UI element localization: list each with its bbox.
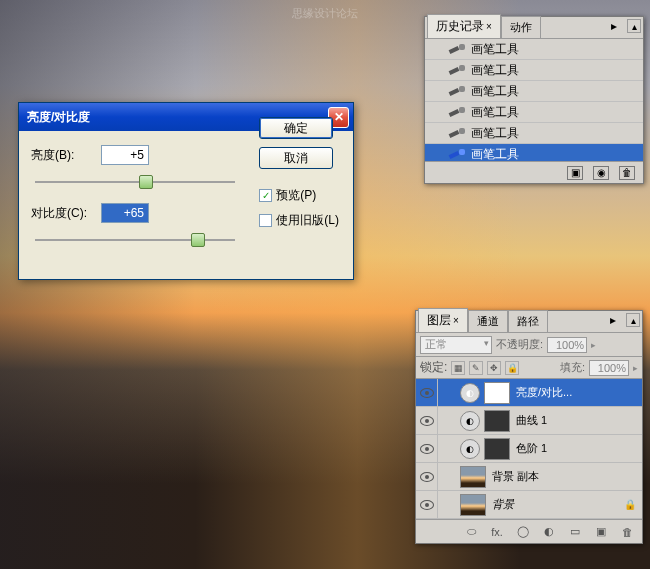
contrast-input[interactable] bbox=[101, 203, 149, 223]
tab-paths[interactable]: 路径 bbox=[508, 310, 548, 332]
contrast-slider[interactable] bbox=[35, 231, 235, 249]
contrast-label: 对比度(C): bbox=[31, 205, 101, 222]
fill-input[interactable] bbox=[589, 360, 629, 376]
eye-icon[interactable] bbox=[420, 388, 434, 398]
snapshot-icon[interactable]: ◉ bbox=[593, 166, 609, 180]
brightness-input[interactable] bbox=[101, 145, 149, 165]
mask-thumb[interactable] bbox=[484, 382, 510, 404]
fx-icon[interactable]: fx. bbox=[488, 524, 506, 540]
eye-icon[interactable] bbox=[420, 472, 434, 482]
layer-row[interactable]: ◐ 亮度/对比... bbox=[416, 379, 642, 407]
lock-paint-icon[interactable]: ✎ bbox=[469, 361, 483, 375]
palette-close-icon[interactable]: ▴ bbox=[627, 19, 641, 33]
layer-thumb[interactable] bbox=[460, 466, 486, 488]
eye-icon[interactable] bbox=[420, 500, 434, 510]
layers-palette: 图层× 通道 路径 ▸ ▴ 正常 不透明度: ▸ 锁定: ▦ ✎ ✥ 🔒 填充:… bbox=[415, 310, 643, 544]
lock-all-icon[interactable]: 🔒 bbox=[505, 361, 519, 375]
legacy-label: 使用旧版(L) bbox=[276, 212, 339, 229]
eye-icon[interactable] bbox=[420, 416, 434, 426]
tab-channels[interactable]: 通道 bbox=[468, 310, 508, 332]
tab-layers[interactable]: 图层× bbox=[418, 308, 468, 332]
opacity-input[interactable] bbox=[547, 337, 587, 353]
link-layers-icon[interactable]: ⬭ bbox=[462, 524, 480, 540]
legacy-checkbox-row[interactable]: 使用旧版(L) bbox=[259, 212, 339, 229]
history-palette: 历史记录× 动作 ▸ ▴ 画笔工具 画笔工具 画笔工具 画笔工具 画笔工具 画笔… bbox=[424, 16, 644, 184]
tab-history[interactable]: 历史记录× bbox=[427, 14, 501, 38]
brush-icon bbox=[449, 42, 465, 56]
layer-row[interactable]: 背景 副本 bbox=[416, 463, 642, 491]
brush-icon bbox=[449, 84, 465, 98]
brush-icon bbox=[449, 105, 465, 119]
layer-row[interactable]: 背景 🔒 bbox=[416, 491, 642, 519]
history-item[interactable]: 画笔工具 bbox=[425, 60, 643, 81]
layer-name: 背景 副本 bbox=[488, 469, 642, 484]
mask-thumb[interactable] bbox=[484, 438, 510, 460]
opacity-label: 不透明度: bbox=[496, 337, 543, 352]
trash-icon[interactable]: 🗑 bbox=[619, 166, 635, 180]
palette-menu-icon[interactable]: ▸ bbox=[610, 313, 624, 327]
group-icon[interactable]: ▭ bbox=[566, 524, 584, 540]
layer-row[interactable]: ◐ 曲线 1 bbox=[416, 407, 642, 435]
history-item[interactable]: 画笔工具 bbox=[425, 144, 643, 161]
legacy-checkbox[interactable] bbox=[259, 214, 272, 227]
preview-checkbox[interactable]: ✓ bbox=[259, 189, 272, 202]
lock-label: 锁定: bbox=[420, 359, 447, 376]
cancel-button[interactable]: 取消 bbox=[259, 147, 333, 169]
layer-name: 曲线 1 bbox=[512, 413, 642, 428]
brush-icon bbox=[449, 63, 465, 77]
lock-transparent-icon[interactable]: ▦ bbox=[451, 361, 465, 375]
trash-icon[interactable]: 🗑 bbox=[618, 524, 636, 540]
history-item[interactable]: 画笔工具 bbox=[425, 123, 643, 144]
palette-menu-icon[interactable]: ▸ bbox=[611, 19, 625, 33]
adjustment-thumb[interactable]: ◐ bbox=[460, 439, 480, 459]
mask-icon[interactable]: ◯ bbox=[514, 524, 532, 540]
dialog-title: 亮度/对比度 bbox=[27, 109, 90, 126]
adjustment-thumb[interactable]: ◐ bbox=[460, 411, 480, 431]
history-item[interactable]: 画笔工具 bbox=[425, 102, 643, 123]
preview-checkbox-row[interactable]: ✓ 预览(P) bbox=[259, 187, 339, 204]
brightness-label: 亮度(B): bbox=[31, 147, 101, 164]
preview-label: 预览(P) bbox=[276, 187, 316, 204]
brightness-slider[interactable] bbox=[35, 173, 235, 191]
watermark-top: 思缘设计论坛 bbox=[292, 6, 358, 21]
new-layer-icon[interactable]: ▣ bbox=[592, 524, 610, 540]
palette-close-icon[interactable]: ▴ bbox=[626, 313, 640, 327]
lock-move-icon[interactable]: ✥ bbox=[487, 361, 501, 375]
mask-thumb[interactable] bbox=[484, 410, 510, 432]
blend-mode-dropdown[interactable]: 正常 bbox=[420, 336, 492, 354]
history-item[interactable]: 画笔工具 bbox=[425, 39, 643, 60]
layer-name: 背景 bbox=[488, 497, 624, 512]
history-item[interactable]: 画笔工具 bbox=[425, 81, 643, 102]
fill-label: 填充: bbox=[560, 360, 585, 375]
adjustment-thumb[interactable]: ◐ bbox=[460, 383, 480, 403]
layer-row[interactable]: ◐ 色阶 1 bbox=[416, 435, 642, 463]
eye-icon[interactable] bbox=[420, 444, 434, 454]
history-list: 画笔工具 画笔工具 画笔工具 画笔工具 画笔工具 画笔工具 bbox=[425, 39, 643, 161]
adjustment-icon[interactable]: ◐ bbox=[540, 524, 558, 540]
layer-name: 亮度/对比... bbox=[512, 385, 642, 400]
layer-thumb[interactable] bbox=[460, 494, 486, 516]
brush-icon bbox=[449, 147, 465, 161]
layer-name: 色阶 1 bbox=[512, 441, 642, 456]
brush-icon bbox=[449, 126, 465, 140]
lock-icon: 🔒 bbox=[624, 499, 636, 510]
brightness-contrast-dialog: 亮度/对比度 ✕ 亮度(B): 对比度(C): 确定 取消 ✓ 预览(P) bbox=[18, 102, 354, 280]
tab-actions[interactable]: 动作 bbox=[501, 16, 541, 38]
ok-button[interactable]: 确定 bbox=[259, 117, 333, 139]
new-doc-from-state-icon[interactable]: ▣ bbox=[567, 166, 583, 180]
